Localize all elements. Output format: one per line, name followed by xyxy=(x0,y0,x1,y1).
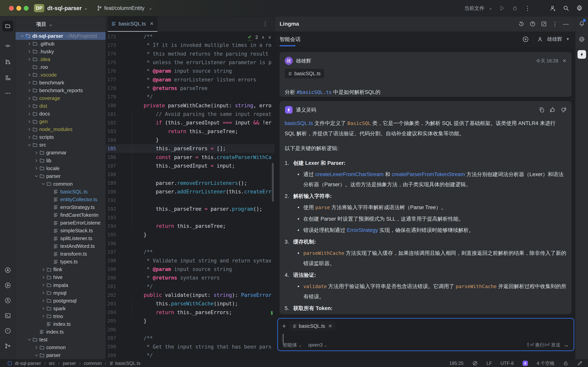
code-line-199[interactable]: 199 * @param input source string xyxy=(106,265,275,274)
tree-row-entityCollector.ts[interactable]: entityCollector.ts xyxy=(16,196,106,203)
code-line-186[interactable]: 186 const parser = this.createParserWith… xyxy=(106,153,275,162)
breadcrumb-item[interactable]: parser xyxy=(63,361,76,366)
tree-row-benchmark_reports[interactable]: benchmark_reports xyxy=(16,86,106,94)
tree-chevron-icon[interactable] xyxy=(34,158,39,163)
tree-row-.github[interactable]: .github xyxy=(16,40,106,48)
tree-row-parser[interactable]: parser xyxy=(16,172,106,180)
code-editor[interactable]: ✔ 2 ∧ ∨ 172 /**173 * If it is invoked mu… xyxy=(106,32,275,359)
add-context-icon[interactable]: + xyxy=(282,322,286,330)
delete-message-icon[interactable]: ✕ xyxy=(563,58,566,64)
more-actions-icon[interactable]: ⋮ xyxy=(525,5,530,12)
ai-assistant-icon[interactable] xyxy=(578,35,586,43)
edit-mode-icon[interactable] xyxy=(577,361,583,366)
tree-row-dt-sql-parser[interactable]: dt-sql-parser~/MyProject/d xyxy=(16,32,106,40)
thumbs-down-icon[interactable] xyxy=(561,107,566,113)
tree-row-mysql[interactable]: mysql xyxy=(16,289,106,297)
tree-row-.vscode[interactable]: .vscode xyxy=(16,71,106,79)
tree-row-common[interactable]: common xyxy=(16,180,106,188)
tree-row-basicSQL.ts[interactable]: basicSQL.ts xyxy=(16,188,106,196)
zoom-window-button[interactable] xyxy=(24,6,29,11)
branch-selector[interactable]: feat/columnEntity ⌄ xyxy=(96,0,152,16)
tree-row-docs[interactable]: docs xyxy=(16,110,106,118)
code-line-182[interactable]: 182 if (this._parsedInput === input && !… xyxy=(106,118,275,127)
code-line-202[interactable]: 202 public validate(input: string): Pars… xyxy=(106,291,275,299)
tree-row-simpleStack.ts[interactable]: simpleStack.ts xyxy=(16,227,106,235)
tree-chevron-icon[interactable] xyxy=(26,50,32,53)
debug-icon[interactable] xyxy=(512,5,518,11)
highlighting-off-icon[interactable] xyxy=(472,360,478,366)
tree-row-lib[interactable]: lib xyxy=(16,157,106,165)
tree-row-impala[interactable]: impala xyxy=(16,281,106,289)
code-line-204[interactable]: 204 return this._parseErrors; xyxy=(106,308,275,317)
indent-setting[interactable]: 4 个空格 xyxy=(537,360,554,367)
tree-chevron-icon[interactable] xyxy=(34,346,39,350)
code-line-196[interactable]: 196 xyxy=(106,239,275,248)
code-line-194[interactable]: 194 return this._parseTree; xyxy=(106,222,275,230)
more-options-icon[interactable]: ⋮ xyxy=(552,21,558,27)
tree-row-spark[interactable]: spark xyxy=(16,305,106,312)
tree-row-gen[interactable]: gen xyxy=(16,118,106,125)
input-context-chip[interactable]: basicSQL.ts ✕ xyxy=(289,321,336,331)
code-line-198[interactable]: 198 * Validate input string and return s… xyxy=(106,256,275,265)
lingma-tool-button[interactable] xyxy=(578,50,586,59)
plugin-a2-tool-button[interactable] xyxy=(2,295,13,306)
tab-basicsql[interactable]: basicSQL.ts ✕ xyxy=(108,16,158,32)
add-user-icon[interactable] xyxy=(549,5,556,11)
tree-row-hive[interactable]: hive xyxy=(16,274,106,281)
code-line-193[interactable]: 193 xyxy=(106,213,275,222)
code-line-192[interactable]: 192 this._parseTree = parser.program(); xyxy=(106,205,275,213)
tree-row-benchmark[interactable]: benchmark xyxy=(16,79,106,86)
tree-chevron-icon[interactable] xyxy=(26,81,32,84)
tree-chevron-icon[interactable] xyxy=(41,182,46,186)
tree-row-.roo[interactable]: .roo xyxy=(16,63,106,71)
editor-scrollbar[interactable] xyxy=(272,163,274,202)
tree-chevron-icon[interactable] xyxy=(34,167,39,170)
tree-row-scripts[interactable]: scripts xyxy=(16,133,106,141)
tree-chevron-icon[interactable] xyxy=(41,283,46,287)
minimize-window-button[interactable] xyxy=(16,6,21,11)
tree-row-src[interactable]: src xyxy=(16,141,106,149)
remove-chip-icon[interactable]: ✕ xyxy=(328,323,332,329)
thumbs-up-icon[interactable] xyxy=(550,107,555,113)
editor-options-icon[interactable]: ⋮ xyxy=(262,20,268,27)
tree-chevron-icon[interactable] xyxy=(26,96,32,100)
tree-chevron-icon[interactable] xyxy=(26,57,32,61)
tree-row-flink[interactable]: flink xyxy=(16,266,106,274)
tree-chevron-icon[interactable] xyxy=(41,275,46,279)
version-control-tool-button[interactable] xyxy=(2,341,13,351)
lingma-status-icon[interactable] xyxy=(522,360,528,366)
tree-row-postgresql[interactable]: postgresql xyxy=(16,297,106,305)
tree-chevron-icon[interactable] xyxy=(26,135,32,139)
code-line-201[interactable]: 201 */ xyxy=(106,282,275,291)
tree-row-types.ts[interactable]: types.ts xyxy=(16,258,106,266)
tree-row-common[interactable]: common xyxy=(16,344,106,351)
unlock-icon[interactable] xyxy=(563,361,569,366)
close-tab-icon[interactable]: ✕ xyxy=(150,21,154,26)
code-line-179[interactable]: 179 */ xyxy=(106,92,275,101)
code-line-176[interactable]: 176 * @param input source string xyxy=(106,67,275,75)
agent-selector[interactable]: 智能体 ⌄ xyxy=(283,342,302,348)
code-line-181[interactable]: 181 // Avoid parsing the same input repe… xyxy=(106,110,275,118)
tree-chevron-icon[interactable] xyxy=(26,104,32,108)
tree-row-textAndWord.ts[interactable]: textAndWord.ts xyxy=(16,242,106,250)
tree-chevron-icon[interactable] xyxy=(26,42,32,46)
code-line-185[interactable]: 185 this._parseErrors = []; xyxy=(106,144,275,153)
close-window-button[interactable] xyxy=(9,6,14,11)
code-line-208[interactable]: 208 * Get the input string that has been… xyxy=(106,342,275,351)
structure-tool-button[interactable] xyxy=(2,72,13,83)
tree-row-grammar[interactable]: grammar xyxy=(16,149,106,157)
tree-row-.idea[interactable]: .idea xyxy=(16,55,106,63)
tree-row-findCaretTokenIn[interactable]: findCaretTokenIn xyxy=(16,211,106,219)
more-tool-windows-button[interactable] xyxy=(2,88,13,99)
tree-chevron-icon[interactable] xyxy=(26,88,32,92)
account-name[interactable]: 雄雄辉 xyxy=(547,36,562,42)
new-chat-icon[interactable] xyxy=(541,21,547,27)
tree-row-.husky[interactable]: .husky xyxy=(16,48,106,55)
history-icon[interactable] xyxy=(518,21,524,27)
tree-row-coverage[interactable]: coverage xyxy=(16,94,106,102)
code-line-191[interactable]: 191 xyxy=(106,196,275,204)
tree-chevron-icon[interactable] xyxy=(41,307,46,310)
code-line-188[interactable]: 188 xyxy=(106,170,275,179)
tree-chevron-icon[interactable] xyxy=(26,120,32,124)
code-line-178[interactable]: 178 * @returns parseTree xyxy=(106,84,275,92)
